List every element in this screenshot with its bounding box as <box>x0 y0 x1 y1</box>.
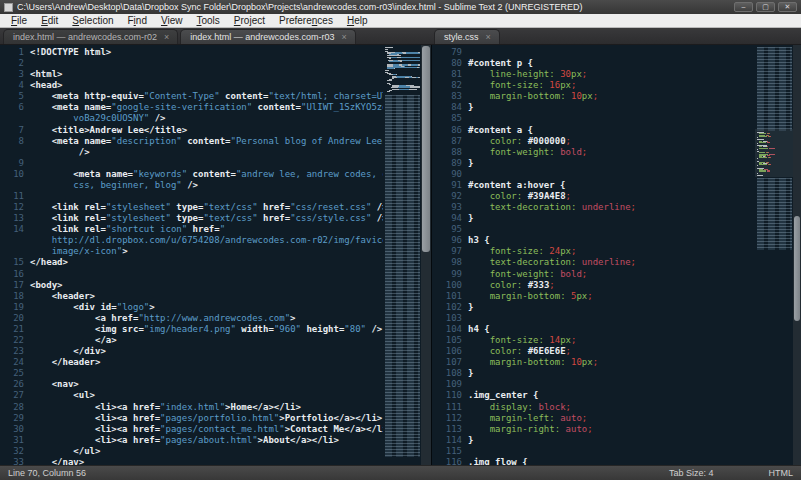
menu-item-file[interactable]: File <box>4 14 34 27</box>
code-line: </a> <box>30 335 383 346</box>
minimap[interactable] <box>755 45 793 465</box>
code-line: <meta http-equiv="Content-Type" content=… <box>30 91 383 102</box>
code-line <box>30 158 383 169</box>
line-number: 8 <box>0 136 24 147</box>
line-number: 7 <box>0 125 24 136</box>
code-line: h4 { <box>468 324 755 335</box>
menu-item-project[interactable]: Project <box>227 14 272 27</box>
tab[interactable]: index.html — andrewcodes.com-r02× <box>3 29 178 44</box>
menu-item-edit[interactable]: Edit <box>34 14 65 27</box>
minimize-button[interactable]: – <box>734 2 753 12</box>
line-number <box>0 246 24 257</box>
code-line <box>468 224 755 235</box>
line-number: 108 <box>432 368 462 379</box>
tab-close-icon[interactable]: × <box>341 33 346 42</box>
line-number: 90 <box>432 169 462 180</box>
tab-size-indicator[interactable]: Tab Size: 4 <box>669 468 714 478</box>
code-line: color: #333; <box>468 280 755 291</box>
code-line: <meta name="keywords" content="andrew le… <box>30 169 383 180</box>
sublime-window: C:\Users\Andrew\Desktop\Data\Dropbox Syn… <box>0 0 801 480</box>
code-line: <a href="http://www.andrewcodes.com"> <box>30 313 383 324</box>
tab[interactable]: style.css× <box>434 29 500 44</box>
line-number-gutter: 7980818283848586878889909192939495969798… <box>432 45 462 465</box>
line-number: 115 <box>432 446 462 457</box>
line-number: 105 <box>432 335 462 346</box>
line-number: 14 <box>0 224 24 235</box>
menu-item-selection[interactable]: Selection <box>65 14 120 27</box>
tab-close-icon[interactable]: × <box>486 33 491 42</box>
line-number: 30 <box>0 424 24 435</box>
code-view-css[interactable]: #content p { line-height: 30px; font-siz… <box>462 45 755 465</box>
line-number: 91 <box>432 180 462 191</box>
code-line: </div> <box>30 346 383 357</box>
line-number: 93 <box>432 202 462 213</box>
vertical-scrollbar[interactable] <box>421 45 431 465</box>
tab[interactable]: index.html — andrewcodes.com-r03× <box>180 29 355 44</box>
syntax-indicator[interactable]: HTML <box>769 468 794 478</box>
line-number: 89 <box>432 158 462 169</box>
tab-close-icon[interactable]: × <box>164 33 169 42</box>
code-line: } <box>468 158 755 169</box>
code-line: <link rel="stylesheet" type="text/css" h… <box>30 202 383 213</box>
menu-item-preferences[interactable]: Preferences <box>272 14 340 27</box>
line-number: 101 <box>432 291 462 302</box>
tab-group-right: style.css× <box>431 28 801 44</box>
code-line: <!DOCTYPE html> <box>30 47 383 58</box>
code-line <box>30 58 383 69</box>
code-line: color: #6E6E6E; <box>468 346 755 357</box>
scrollbar-thumb[interactable] <box>794 216 800 321</box>
code-line: #content a { <box>468 125 755 136</box>
code-line <box>30 368 383 379</box>
menu-item-view[interactable]: View <box>154 14 190 27</box>
scrollbar-thumb[interactable] <box>422 46 430 252</box>
code-line: image/x-icon"> <box>30 246 383 257</box>
line-number: 97 <box>432 246 462 257</box>
line-number: 110 <box>432 390 462 401</box>
code-line: http://dl.dropbox.com/u/6754208/andrewco… <box>30 235 383 246</box>
cursor-position: Line 70, Column 56 <box>8 468 86 478</box>
code-line <box>468 169 755 180</box>
code-view-html[interactable]: <!DOCTYPE html><html><head> <meta http-e… <box>24 45 383 465</box>
tab-label: style.css <box>444 32 479 42</box>
line-number: 25 <box>0 368 24 379</box>
line-number: 2 <box>0 58 24 69</box>
minimap-filler <box>757 47 792 131</box>
line-number: 84 <box>432 102 462 113</box>
line-number: 82 <box>432 80 462 91</box>
line-number: 85 <box>432 113 462 124</box>
line-number: 79 <box>432 47 462 58</box>
close-button[interactable]: ✕ <box>778 2 797 12</box>
code-line: <link rel="stylesheet" type="text/css" h… <box>30 213 383 224</box>
line-number: 29 <box>0 413 24 424</box>
code-line <box>468 379 755 390</box>
line-number: 20 <box>0 313 24 324</box>
code-line: .img_flow { <box>468 457 755 465</box>
menu-item-find[interactable]: Find <box>121 14 154 27</box>
minimap-viewport-indicator[interactable] <box>755 129 793 177</box>
line-number <box>0 147 24 158</box>
code-line: css, beginner, blog" /> <box>30 180 383 191</box>
line-number: 112 <box>432 413 462 424</box>
line-number: 88 <box>432 147 462 158</box>
line-number: 104 <box>432 324 462 335</box>
line-number: 9 <box>0 158 24 169</box>
code-line <box>468 313 755 324</box>
code-line: <li><a href="pages/portfolio.html">Portf… <box>30 413 383 424</box>
line-number: 95 <box>432 224 462 235</box>
code-line <box>30 269 383 280</box>
menu-item-tools[interactable]: Tools <box>189 14 226 27</box>
code-line <box>468 113 755 124</box>
code-line: margin-right: auto; <box>468 424 755 435</box>
code-line: <div id="logo"> <box>30 302 383 313</box>
line-number: 109 <box>432 379 462 390</box>
code-line: </nav> <box>30 457 383 465</box>
menu-item-help[interactable]: Help <box>340 14 375 27</box>
vertical-scrollbar[interactable] <box>793 45 801 465</box>
line-number: 99 <box>432 269 462 280</box>
line-number: 23 <box>0 346 24 357</box>
tab-label: index.html — andrewcodes.com-r02 <box>13 32 157 42</box>
minimap[interactable] <box>383 45 421 465</box>
line-number <box>0 113 24 124</box>
maximize-button[interactable]: ▢ <box>756 2 775 12</box>
line-number: 31 <box>0 435 24 446</box>
